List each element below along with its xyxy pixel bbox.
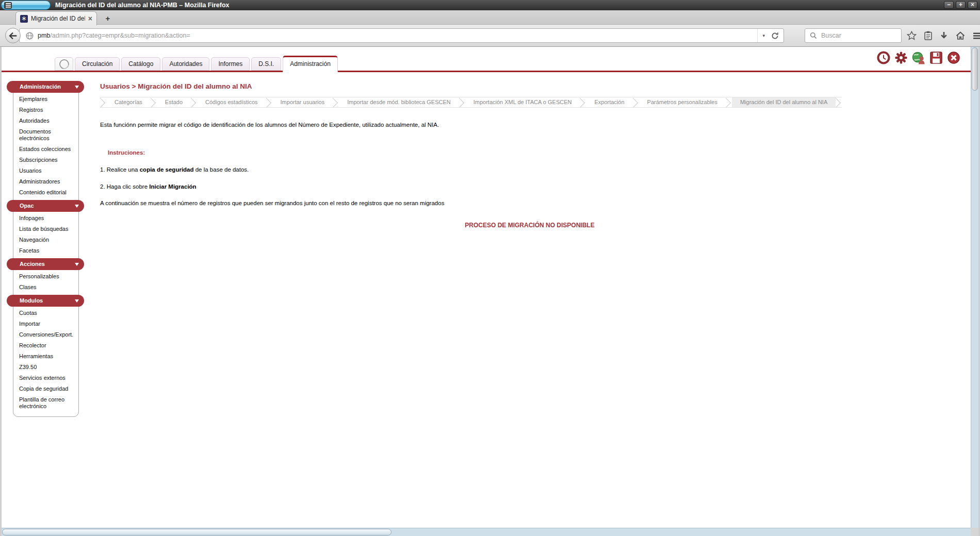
step-2-bold: Iniciar Migración [149, 183, 196, 190]
step-1-text: 1. Realice una [100, 166, 140, 173]
browser-tabstrip: ∗ Migración del ID del ... × + [0, 10, 980, 25]
subtab-importación-xml-de-itaca-o-gescen[interactable]: Importación XML de ITACA o GESCEN [465, 97, 580, 107]
chevron-separator-icon [836, 97, 842, 107]
bookmark-star-icon[interactable] [907, 31, 917, 40]
url-dropdown-icon[interactable]: ▾ [762, 33, 765, 38]
home-icon[interactable] [956, 31, 965, 40]
sidebar-section-label: Acciones [20, 261, 45, 267]
subtab-parámetros-personalizables[interactable]: Parámetros personalizables [639, 97, 726, 107]
tab-close-icon[interactable]: × [88, 15, 92, 22]
pmb-tab-autoridades[interactable]: Autoridades [162, 57, 209, 71]
sidebar-item-servicios-externos[interactable]: Servicios externos [7, 373, 84, 383]
menu-icon[interactable] [973, 32, 980, 39]
sidebar-item-lista-de-búsquedas[interactable]: Lista de búsquedas [7, 224, 84, 234]
bookmarks-clipboard-icon[interactable] [924, 31, 932, 40]
maximize-button[interactable]: + [956, 1, 966, 9]
subtab-exportación[interactable]: Exportación [586, 97, 632, 107]
pmb-tab-administración[interactable]: Administración [283, 56, 338, 72]
chevron-separator-icon [633, 97, 639, 107]
sidebar-item-registros[interactable]: Registros [7, 105, 84, 115]
subtab-categorías[interactable]: Categorías [106, 97, 151, 107]
sidebar-item-navegación[interactable]: Navegación [7, 234, 84, 245]
back-icon [9, 32, 17, 40]
pmb-header-icons [877, 51, 960, 64]
sidebar-item-clases[interactable]: Clases [7, 282, 84, 293]
subtab-migración-del-id-del-alumno-al-nia[interactable]: Migración del ID del alumno al NIA [732, 97, 836, 107]
opac-globe-user-icon[interactable] [912, 51, 925, 64]
step-1-tail: de la base de datos. [194, 166, 249, 173]
sidebar-item-facetas[interactable]: Facetas [7, 245, 84, 256]
pmb-tab-circulación[interactable]: Circulación [75, 57, 120, 71]
hamburger-icon [4, 2, 12, 9]
sidebar-item-recolector[interactable]: Recolector [7, 340, 84, 351]
sidebar-item-autoridades[interactable]: Autoridades [7, 115, 84, 126]
firefox-app-menu-button[interactable] [1, 1, 51, 10]
search-icon [810, 32, 817, 39]
subtab-importar-desde-mód-biblioteca-gescen[interactable]: Importar desde mód. biblioteca GESCEN [339, 97, 459, 107]
window-controls: − + × [944, 1, 977, 9]
chevron-separator-icon [191, 97, 197, 107]
minimize-button[interactable]: − [944, 1, 954, 9]
sidebar-section-acciones[interactable]: Acciones [7, 258, 84, 270]
step-1-bold: copia de seguridad [140, 166, 194, 173]
sidebar-item-conversiones-export[interactable]: Conversiones/Export. [7, 329, 84, 340]
migration-status: PROCESO DE MIGRACIÓN NO DISPONIBLE [100, 222, 959, 229]
sidebar-item-plantilla-de-correo-electrónico[interactable]: Plantilla de correo electrónico [7, 394, 84, 412]
caret-down-icon [75, 263, 79, 266]
sidebar-item-infopages[interactable]: Infopages [7, 213, 84, 224]
chevron-separator-icon [459, 97, 465, 107]
pmb-logo[interactable] [55, 57, 73, 71]
vertical-scrollbar-thumb[interactable] [972, 47, 978, 91]
sidebar-item-cuotas[interactable]: Cuotas [7, 308, 84, 319]
sidebar-section-label: Modulos [20, 297, 43, 304]
sidebar-item-administradores[interactable]: Administradores [7, 176, 84, 187]
sidebar-item-documentos-electrónicos[interactable]: Documentos electrónicos [7, 126, 84, 144]
page-viewport: CirculaciónCatálogoAutoridadesInformesD.… [2, 47, 978, 528]
chevron-separator-icon [151, 97, 157, 107]
horizontal-scrollbar[interactable] [2, 528, 978, 536]
sidebar-item-copia-de-seguridad[interactable]: Copia de seguridad [7, 383, 84, 394]
globe-icon [26, 32, 34, 40]
pmb-tab-bar: CirculaciónCatálogoAutoridadesInformesD.… [55, 56, 338, 72]
reload-icon[interactable] [771, 32, 779, 40]
sidebar-item-ejemplares[interactable]: Ejemplares [7, 94, 84, 105]
close-window-button[interactable]: × [968, 1, 977, 9]
sidebar-section-label: Opac [20, 203, 34, 209]
url-host: pmb [38, 32, 50, 39]
caret-down-icon [75, 205, 79, 208]
sidebar-section-opac[interactable]: Opac [7, 200, 84, 212]
browser-navbar: pmb/admin.php?categ=empr&sub=migration&a… [0, 25, 980, 47]
close-session-icon[interactable] [947, 51, 960, 64]
gear-icon[interactable] [894, 51, 908, 64]
sidebar-item-herramientas[interactable]: Herramientas [7, 351, 84, 362]
browser-tab[interactable]: ∗ Migración del ID del ... × [15, 11, 97, 25]
pmb-tab-d-s-i[interactable]: D.S.I. [251, 57, 281, 71]
clock-icon[interactable] [877, 51, 890, 64]
sidebar-section-modulos[interactable]: Modulos [7, 295, 84, 307]
sidebar-item-estados-colecciones[interactable]: Estados colecciones [7, 144, 84, 155]
subtab-estado[interactable]: Estado [157, 97, 191, 107]
step-2-text: 2. Haga clic sobre [100, 183, 149, 190]
sidebar-item-z39-50[interactable]: Z39.50 [7, 362, 84, 373]
sidebar-section-administración[interactable]: Administración [7, 81, 84, 93]
search-bar[interactable]: Buscar [805, 28, 902, 43]
sidebar-section-label: Administración [20, 83, 61, 90]
pmb-tab-catálogo[interactable]: Catálogo [121, 57, 160, 71]
sidebar-item-personalizables[interactable]: Personalizables [7, 271, 84, 282]
caret-down-icon [75, 86, 79, 89]
sidebar-item-usuarios[interactable]: Usuarios [7, 165, 84, 176]
new-tab-button[interactable]: + [101, 13, 115, 23]
pmb-tab-informes[interactable]: Informes [211, 57, 250, 71]
admin-sidebar: AdministraciónEjemplaresRegistrosAutorid… [7, 81, 84, 417]
vertical-scrollbar[interactable] [971, 47, 978, 528]
url-bar[interactable]: pmb/admin.php?categ=empr&sub=migration&a… [19, 28, 784, 43]
subtab-importar-usuarios[interactable]: Importar usuarios [272, 97, 333, 107]
save-disk-icon[interactable] [929, 51, 943, 64]
horizontal-scrollbar-thumb[interactable] [2, 529, 391, 535]
back-button[interactable] [5, 28, 21, 43]
sidebar-item-contenido-editorial[interactable]: Contenido editorial [7, 187, 84, 198]
downloads-icon[interactable] [940, 31, 948, 40]
subtab-códigos-estadísticos[interactable]: Códigos estadísticos [197, 97, 266, 107]
sidebar-item-subscripciones[interactable]: Subscripciones [7, 155, 84, 165]
sidebar-item-importar[interactable]: Importar [7, 319, 84, 329]
